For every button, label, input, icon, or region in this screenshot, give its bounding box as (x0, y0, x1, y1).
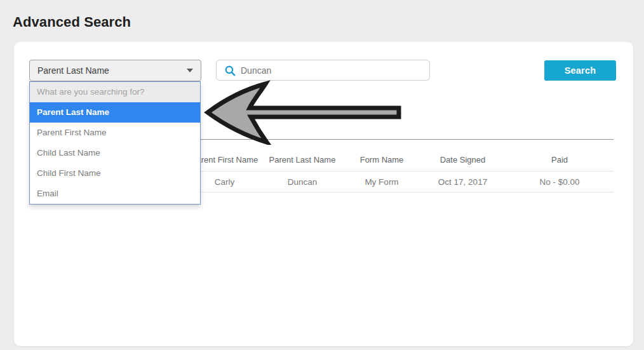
page-title: Advanced Search (13, 14, 131, 30)
cell-parent-last-name: Duncan (261, 177, 344, 187)
cell-form-name: My Form (344, 177, 420, 187)
advanced-search-panel: Parent Last Name What are you searching … (14, 42, 633, 346)
dropdown-option-placeholder[interactable]: What are you searching for? (30, 82, 200, 102)
column-header-paid: Paid (506, 155, 614, 165)
search-field-dropdown-list: What are you searching for? Parent Last … (29, 81, 201, 205)
cell-paid: No - $0.00 (506, 177, 614, 187)
table-row[interactable]: Carly Duncan My Form Oct 17, 2017 No - $… (188, 172, 614, 192)
dropdown-option-parent-first-name[interactable]: Parent First Name (30, 123, 200, 143)
search-input[interactable] (241, 60, 425, 80)
column-header-parent-last-name: Parent Last Name (261, 155, 344, 165)
dropdown-option-child-first-name[interactable]: Child First Name (30, 163, 200, 184)
dropdown-option-parent-last-name[interactable]: Parent Last Name (30, 102, 200, 123)
search-button[interactable]: Search (544, 60, 616, 81)
search-icon (224, 65, 236, 77)
search-box (216, 60, 430, 81)
chevron-down-icon (187, 69, 193, 72)
table-header-row: Parent First Name Parent Last Name Form … (188, 149, 614, 172)
search-field-select[interactable]: Parent Last Name (29, 60, 201, 81)
column-header-form-name: Form Name (344, 155, 420, 165)
cell-date-signed: Oct 17, 2017 (420, 177, 506, 187)
search-field-select-value: Parent Last Name (37, 65, 187, 76)
column-header-date-signed: Date Signed (420, 155, 506, 165)
dropdown-option-email[interactable]: Email (30, 184, 200, 204)
results-table: Parent First Name Parent Last Name Form … (188, 149, 614, 192)
left-arrow-annotation-icon (203, 80, 403, 145)
dropdown-option-child-last-name[interactable]: Child Last Name (30, 143, 200, 163)
